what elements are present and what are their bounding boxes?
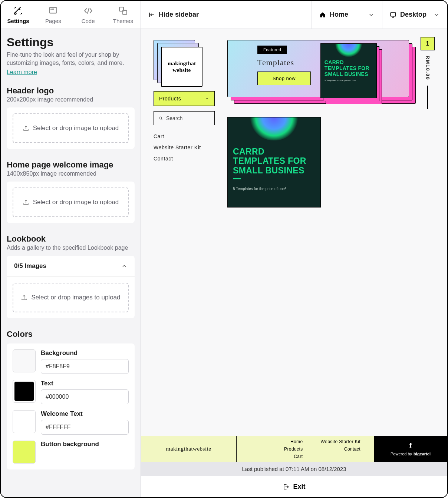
tab-label: Pages xyxy=(45,18,61,24)
panel-desc: Fine-tune the look and feel of your shop… xyxy=(7,51,135,67)
upload-icon xyxy=(23,199,29,206)
preview-products-button[interactable]: Products xyxy=(154,91,215,106)
chevron-down-icon xyxy=(433,11,440,18)
themes-icon xyxy=(118,6,128,16)
hide-sidebar-button[interactable]: Hide sidebar xyxy=(141,1,312,29)
preview-logo[interactable]: makingthat website xyxy=(154,40,205,86)
desktop-icon xyxy=(390,11,396,18)
color-label: Button background xyxy=(41,441,129,448)
upload-lookbook-images[interactable]: Select or drop images to upload xyxy=(13,283,129,312)
page-select-label: Home xyxy=(330,11,348,19)
section-lookbook-sub: Adds a gallery to the specified Lookbook… xyxy=(7,245,135,251)
logo-text: makingthat website xyxy=(161,47,202,87)
svg-point-2 xyxy=(51,9,51,9)
tab-themes[interactable]: Themes xyxy=(106,1,141,29)
section-header-logo-title: Header logo xyxy=(7,86,135,96)
color-row-text: Text xyxy=(13,380,129,404)
svg-point-4 xyxy=(53,9,54,9)
hero-title: Templates xyxy=(257,58,294,67)
preview-product-card[interactable]: CARRD TEMPLATES FOR SMALL BUSINES 5 Temp… xyxy=(227,117,321,208)
hero-cta-button[interactable]: Shop now xyxy=(257,72,311,85)
hide-sidebar-label: Hide sidebar xyxy=(159,11,199,19)
tab-pages[interactable]: Pages xyxy=(36,1,70,29)
color-swatch[interactable] xyxy=(13,380,36,403)
color-input-background[interactable] xyxy=(41,359,129,374)
upload-icon xyxy=(23,125,29,132)
tab-code[interactable]: Code xyxy=(71,1,106,29)
color-row-background: Background xyxy=(13,349,129,374)
color-label: Welcome Text xyxy=(41,410,129,418)
preview-nav-starter-kit[interactable]: Website Starter Kit xyxy=(154,145,215,150)
powered-by-label: Powered by xyxy=(391,452,412,456)
tab-label: Settings xyxy=(7,18,29,24)
preview-cart-widget[interactable]: 1 RM10.00 xyxy=(421,37,435,109)
search-icon xyxy=(158,116,163,121)
hero-product-image: CARRD TEMPLATES FOR SMALL BUSINES 5 Temp… xyxy=(320,43,377,98)
footer-link[interactable]: Home xyxy=(284,439,303,444)
color-row-button-bg: Button background xyxy=(13,441,129,464)
panel-tabs: Settings Pages Code Themes xyxy=(1,1,141,29)
code-icon xyxy=(83,6,93,16)
section-colors-title: Colors xyxy=(7,329,135,339)
color-swatch[interactable] xyxy=(13,349,36,372)
footer-link[interactable]: Products xyxy=(284,446,303,452)
topbar: Hide sidebar Home Desktop xyxy=(141,1,447,29)
footer-link[interactable]: Contact xyxy=(321,446,360,452)
upload-welcome-image[interactable]: Select or drop image to upload xyxy=(13,187,129,217)
facebook-icon[interactable]: f xyxy=(409,442,412,449)
hero-badge: Featured xyxy=(257,46,287,54)
lookbook-accordion-toggle[interactable]: 0/5 Images xyxy=(7,256,135,277)
lookbook-count: 0/5 Images xyxy=(14,262,46,270)
color-input-text[interactable] xyxy=(41,389,129,404)
section-header-logo-sub: 200x200px image recommended xyxy=(7,96,135,103)
footer-link[interactable]: Website Starter Kit xyxy=(321,439,360,444)
footer-link[interactable]: Cart xyxy=(284,454,303,459)
chevron-up-icon xyxy=(121,263,127,269)
tab-label: Themes xyxy=(113,18,133,24)
preview-search-input[interactable]: Search xyxy=(154,111,215,125)
page-select[interactable]: Home xyxy=(312,1,382,29)
upload-label: Select or drop image to upload xyxy=(33,124,119,132)
preview-nav-cart[interactable]: Cart xyxy=(154,133,215,139)
svg-rect-1 xyxy=(50,7,57,13)
color-label: Background xyxy=(41,349,129,357)
chevron-down-icon xyxy=(368,11,375,18)
preview-canvas: makingthat website Products Search Cart xyxy=(141,29,447,462)
color-label: Text xyxy=(41,380,129,387)
svg-rect-7 xyxy=(391,13,396,16)
learn-more-link[interactable]: Learn more xyxy=(7,69,37,76)
viewport-select[interactable]: Desktop xyxy=(382,1,447,29)
cart-price: RM10.00 xyxy=(425,56,431,80)
viewport-label: Desktop xyxy=(400,11,426,19)
exit-button[interactable]: Exit xyxy=(141,476,447,497)
section-welcome-sub: 1400x850px image recommended xyxy=(7,170,135,177)
svg-point-0 xyxy=(14,13,16,14)
upload-label: Select or drop image to upload xyxy=(33,199,119,206)
upload-header-logo[interactable]: Select or drop image to upload xyxy=(13,113,129,143)
preview-hero: Featured Templates Shop now CARR xyxy=(227,40,416,107)
section-lookbook-title: Lookbook xyxy=(7,234,135,244)
exit-label: Exit xyxy=(293,483,305,491)
tab-settings[interactable]: Settings xyxy=(1,1,36,29)
products-label: Products xyxy=(159,96,181,102)
home-icon xyxy=(319,11,326,18)
tab-label: Code xyxy=(82,18,95,24)
color-swatch[interactable] xyxy=(13,410,36,433)
preview-nav-contact[interactable]: Contact xyxy=(154,156,215,162)
upload-label: Select or drop images to upload xyxy=(31,294,120,301)
cart-count-badge: 1 xyxy=(421,37,435,50)
pages-icon xyxy=(48,6,58,16)
section-welcome-title: Home page welcome image xyxy=(7,160,135,170)
color-input-welcome-text[interactable] xyxy=(41,420,129,435)
search-placeholder: Search xyxy=(166,115,182,121)
exit-icon xyxy=(283,484,289,490)
color-swatch[interactable] xyxy=(13,441,36,464)
footer-brand[interactable]: makingthatwebsite xyxy=(141,436,237,462)
upload-icon xyxy=(21,294,27,301)
settings-icon xyxy=(13,6,23,16)
bigcartel-link[interactable]: bigcartel xyxy=(414,452,431,456)
svg-point-8 xyxy=(159,117,162,119)
cart-divider xyxy=(427,86,428,109)
chevron-down-icon xyxy=(205,96,209,101)
svg-point-3 xyxy=(52,9,53,9)
